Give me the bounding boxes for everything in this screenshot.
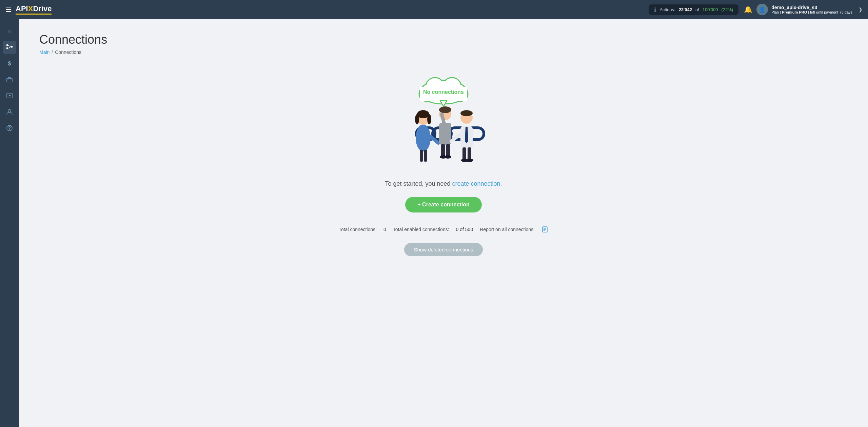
logo-drive: Drive xyxy=(33,4,52,13)
svg-rect-1 xyxy=(6,47,8,49)
illustration: No connections xyxy=(382,75,505,170)
sidebar: ⌂ $ xyxy=(0,19,19,427)
svg-marker-8 xyxy=(9,95,11,97)
breadcrumb-separator: / xyxy=(52,49,53,55)
svg-point-44 xyxy=(439,106,451,113)
sidebar-item-profile[interactable] xyxy=(3,106,16,119)
bell-button[interactable]: 🔔 xyxy=(744,5,752,14)
sidebar-item-billing[interactable]: $ xyxy=(3,57,16,70)
briefcase-icon xyxy=(6,76,13,84)
main-content: Connections Main / Connections xyxy=(19,19,868,427)
svg-line-4 xyxy=(8,47,11,48)
svg-rect-2 xyxy=(11,46,13,47)
svg-point-36 xyxy=(417,110,429,118)
breadcrumb-main-link[interactable]: Main xyxy=(39,49,50,55)
svg-point-58 xyxy=(465,159,473,162)
svg-text:No connections: No connections xyxy=(423,89,464,95)
actions-percent: (22%) xyxy=(722,7,733,12)
layout: ⌂ $ xyxy=(0,19,868,427)
report-label: Report on all connections: xyxy=(480,227,535,232)
home-icon: ⌂ xyxy=(8,28,12,35)
logo: APIXDrive xyxy=(16,4,52,15)
logo-underline xyxy=(16,14,52,15)
page-title: Connections xyxy=(39,33,848,47)
user-name: demo_apix-drive_s3 xyxy=(771,5,852,10)
svg-point-53 xyxy=(460,110,473,116)
create-connection-button[interactable]: + Create connection xyxy=(405,197,481,212)
svg-rect-0 xyxy=(6,44,8,46)
svg-point-38 xyxy=(427,114,431,124)
sidebar-item-services[interactable] xyxy=(3,73,16,87)
svg-point-34 xyxy=(416,124,431,151)
actions-label: Actions: xyxy=(659,7,675,12)
stats-row: Total connections: 0 Total enabled conne… xyxy=(339,226,548,233)
total-enabled-label: Total enabled connections: xyxy=(393,227,449,232)
svg-rect-47 xyxy=(446,144,450,157)
hamburger-icon: ☰ xyxy=(5,5,12,14)
svg-rect-55 xyxy=(462,147,466,160)
svg-point-9 xyxy=(8,109,11,112)
show-deleted-connections-button[interactable]: Show deleted connections xyxy=(404,243,482,256)
actions-count: 22'042 xyxy=(679,7,692,12)
breadcrumb-current: Connections xyxy=(55,49,81,55)
sidebar-item-home[interactable]: ⌂ xyxy=(3,24,16,38)
question-icon xyxy=(6,125,13,133)
user-info: demo_apix-drive_s3 Plan | Premium PRO | … xyxy=(771,5,852,14)
sidebar-item-help[interactable] xyxy=(3,122,16,136)
dollar-icon: $ xyxy=(8,61,11,67)
total-connections-label: Total connections: xyxy=(339,227,377,232)
logo-api: API xyxy=(16,4,28,13)
person-icon xyxy=(6,108,13,117)
bell-icon: 🔔 xyxy=(744,6,752,13)
actions-badge: ℹ Actions: 22'042 of 100'000 (22%) xyxy=(649,4,738,15)
actions-of: of xyxy=(695,7,699,12)
user-plan: Plan | Premium PRO | left until payment … xyxy=(771,10,852,14)
hamburger-button[interactable]: ☰ xyxy=(5,5,12,14)
info-icon: ℹ xyxy=(654,6,656,13)
svg-point-11 xyxy=(9,129,10,130)
connections-icon xyxy=(6,43,13,52)
sidebar-item-connections[interactable] xyxy=(3,41,16,54)
actions-total: 100'000 xyxy=(703,7,718,12)
sidebar-item-tutorials[interactable] xyxy=(3,89,16,103)
empty-state: No connections xyxy=(39,68,848,263)
logo-x: X xyxy=(28,4,33,13)
play-icon xyxy=(6,92,13,101)
breadcrumb: Main / Connections xyxy=(39,49,848,55)
svg-rect-56 xyxy=(468,147,471,160)
svg-point-49 xyxy=(445,155,451,159)
avatar: 👤 xyxy=(756,4,768,15)
svg-rect-46 xyxy=(441,144,445,157)
report-icon[interactable] xyxy=(541,226,548,233)
svg-line-3 xyxy=(8,45,11,47)
total-enabled-value: 0 of 500 xyxy=(456,227,473,232)
chevron-down-icon: ❯ xyxy=(859,7,863,12)
svg-point-37 xyxy=(415,114,419,124)
user-section[interactable]: 👤 demo_apix-drive_s3 Plan | Premium PRO … xyxy=(756,4,863,15)
top-nav: ☰ APIXDrive ℹ Actions: 22'042 of 100'000… xyxy=(0,0,868,19)
create-connection-link[interactable]: create connection. xyxy=(452,180,502,187)
svg-rect-40 xyxy=(424,150,427,162)
avatar-icon: 👤 xyxy=(759,6,766,13)
svg-rect-39 xyxy=(420,150,423,162)
total-connections-value: 0 xyxy=(383,227,386,232)
prompt-text: To get started, you need create connecti… xyxy=(385,180,502,187)
